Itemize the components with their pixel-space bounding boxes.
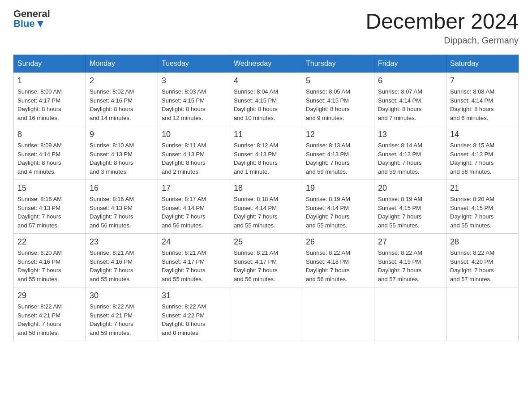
calendar-cell: 10 Sunrise: 8:11 AMSunset: 4:13 PMDaylig… bbox=[158, 126, 230, 180]
day-info: Sunrise: 8:20 AMSunset: 4:16 PMDaylight:… bbox=[17, 248, 82, 283]
day-info: Sunrise: 8:22 AMSunset: 4:19 PMDaylight:… bbox=[378, 248, 442, 283]
calendar-cell: 6 Sunrise: 8:07 AMSunset: 4:14 PMDayligh… bbox=[374, 73, 446, 126]
day-number: 4 bbox=[234, 76, 298, 86]
logo-blue-text: Blue bbox=[13, 19, 35, 29]
day-info: Sunrise: 8:21 AMSunset: 4:16 PMDaylight:… bbox=[90, 248, 154, 283]
calendar-cell: 25 Sunrise: 8:21 AMSunset: 4:17 PMDaylig… bbox=[230, 234, 302, 287]
calendar-cell: 30 Sunrise: 8:22 AMSunset: 4:21 PMDaylig… bbox=[86, 287, 158, 341]
day-info: Sunrise: 8:15 AMSunset: 4:13 PMDaylight:… bbox=[450, 141, 515, 176]
day-number: 3 bbox=[162, 76, 226, 86]
calendar-cell: 27 Sunrise: 8:22 AMSunset: 4:19 PMDaylig… bbox=[374, 234, 446, 287]
calendar-cell: 4 Sunrise: 8:04 AMSunset: 4:15 PMDayligh… bbox=[230, 73, 302, 126]
day-info: Sunrise: 8:17 AMSunset: 4:14 PMDaylight:… bbox=[162, 195, 226, 230]
title-area: December 2024 Dippach, Germany bbox=[365, 9, 519, 46]
day-info: Sunrise: 8:16 AMSunset: 4:13 PMDaylight:… bbox=[90, 195, 154, 230]
day-number: 2 bbox=[90, 76, 154, 86]
day-number: 26 bbox=[306, 237, 370, 247]
calendar-cell: 28 Sunrise: 8:22 AMSunset: 4:20 PMDaylig… bbox=[446, 234, 519, 287]
header-friday: Friday bbox=[374, 55, 446, 73]
calendar-cell: 13 Sunrise: 8:14 AMSunset: 4:13 PMDaylig… bbox=[374, 126, 446, 180]
logo-arrow-icon bbox=[36, 20, 44, 28]
day-info: Sunrise: 8:20 AMSunset: 4:15 PMDaylight:… bbox=[450, 195, 515, 230]
day-info: Sunrise: 8:21 AMSunset: 4:17 PMDaylight:… bbox=[162, 248, 226, 283]
day-number: 19 bbox=[306, 184, 370, 193]
day-info: Sunrise: 8:00 AMSunset: 4:17 PMDaylight:… bbox=[17, 87, 82, 122]
day-info: Sunrise: 8:22 AMSunset: 4:21 PMDaylight:… bbox=[17, 302, 82, 337]
calendar-cell: 15 Sunrise: 8:16 AMSunset: 4:13 PMDaylig… bbox=[14, 180, 86, 234]
calendar-cell bbox=[374, 287, 446, 341]
calendar-cell: 2 Sunrise: 8:02 AMSunset: 4:16 PMDayligh… bbox=[86, 73, 158, 126]
calendar-week-row: 22 Sunrise: 8:20 AMSunset: 4:16 PMDaylig… bbox=[14, 234, 519, 287]
logo: General Blue bbox=[13, 9, 50, 29]
calendar-cell: 20 Sunrise: 8:19 AMSunset: 4:15 PMDaylig… bbox=[374, 180, 446, 234]
day-info: Sunrise: 8:12 AMSunset: 4:13 PMDaylight:… bbox=[234, 141, 298, 176]
day-number: 17 bbox=[162, 184, 226, 193]
day-info: Sunrise: 8:08 AMSunset: 4:14 PMDaylight:… bbox=[450, 87, 515, 122]
calendar-cell: 9 Sunrise: 8:10 AMSunset: 4:13 PMDayligh… bbox=[86, 126, 158, 180]
day-info: Sunrise: 8:03 AMSunset: 4:15 PMDaylight:… bbox=[162, 87, 226, 122]
day-info: Sunrise: 8:07 AMSunset: 4:14 PMDaylight:… bbox=[378, 87, 442, 122]
day-number: 28 bbox=[450, 237, 515, 247]
calendar-cell: 22 Sunrise: 8:20 AMSunset: 4:16 PMDaylig… bbox=[14, 234, 86, 287]
day-number: 25 bbox=[234, 237, 298, 247]
day-number: 18 bbox=[234, 184, 298, 193]
calendar-cell: 11 Sunrise: 8:12 AMSunset: 4:13 PMDaylig… bbox=[230, 126, 302, 180]
calendar-cell: 24 Sunrise: 8:21 AMSunset: 4:17 PMDaylig… bbox=[158, 234, 230, 287]
day-number: 27 bbox=[378, 237, 442, 247]
day-number: 30 bbox=[90, 291, 154, 300]
calendar-cell bbox=[446, 287, 519, 341]
header-wednesday: Wednesday bbox=[230, 55, 302, 73]
day-number: 13 bbox=[378, 130, 442, 139]
day-info: Sunrise: 8:22 AMSunset: 4:20 PMDaylight:… bbox=[450, 248, 515, 283]
calendar-cell: 3 Sunrise: 8:03 AMSunset: 4:15 PMDayligh… bbox=[158, 73, 230, 126]
day-number: 5 bbox=[306, 76, 370, 86]
calendar-cell: 19 Sunrise: 8:19 AMSunset: 4:14 PMDaylig… bbox=[302, 180, 374, 234]
page-header: General Blue December 2024 Dippach, Germ… bbox=[13, 9, 519, 46]
header-sunday: Sunday bbox=[14, 55, 86, 73]
day-info: Sunrise: 8:18 AMSunset: 4:14 PMDaylight:… bbox=[234, 195, 298, 230]
day-number: 12 bbox=[306, 130, 370, 139]
calendar-header-row: SundayMondayTuesdayWednesdayThursdayFrid… bbox=[14, 55, 519, 73]
svg-marker-0 bbox=[37, 21, 43, 27]
calendar-cell: 17 Sunrise: 8:17 AMSunset: 4:14 PMDaylig… bbox=[158, 180, 230, 234]
calendar-cell: 18 Sunrise: 8:18 AMSunset: 4:14 PMDaylig… bbox=[230, 180, 302, 234]
calendar-table: SundayMondayTuesdayWednesdayThursdayFrid… bbox=[13, 55, 519, 341]
day-number: 29 bbox=[17, 291, 82, 300]
calendar-cell bbox=[230, 287, 302, 341]
calendar-cell: 1 Sunrise: 8:00 AMSunset: 4:17 PMDayligh… bbox=[14, 73, 86, 126]
day-info: Sunrise: 8:22 AMSunset: 4:18 PMDaylight:… bbox=[306, 248, 370, 283]
calendar-cell: 12 Sunrise: 8:13 AMSunset: 4:13 PMDaylig… bbox=[302, 126, 374, 180]
day-number: 31 bbox=[162, 291, 226, 300]
day-info: Sunrise: 8:21 AMSunset: 4:17 PMDaylight:… bbox=[234, 248, 298, 283]
calendar-week-row: 15 Sunrise: 8:16 AMSunset: 4:13 PMDaylig… bbox=[14, 180, 519, 234]
day-number: 20 bbox=[378, 184, 442, 193]
day-number: 8 bbox=[17, 130, 82, 139]
calendar-cell: 14 Sunrise: 8:15 AMSunset: 4:13 PMDaylig… bbox=[446, 126, 519, 180]
day-info: Sunrise: 8:05 AMSunset: 4:15 PMDaylight:… bbox=[306, 87, 370, 122]
calendar-week-row: 29 Sunrise: 8:22 AMSunset: 4:21 PMDaylig… bbox=[14, 287, 519, 341]
day-number: 21 bbox=[450, 184, 515, 193]
day-number: 22 bbox=[17, 237, 82, 247]
day-info: Sunrise: 8:04 AMSunset: 4:15 PMDaylight:… bbox=[234, 87, 298, 122]
calendar-cell: 31 Sunrise: 8:22 AMSunset: 4:22 PMDaylig… bbox=[158, 287, 230, 341]
day-number: 10 bbox=[162, 130, 226, 139]
day-number: 9 bbox=[90, 130, 154, 139]
day-info: Sunrise: 8:09 AMSunset: 4:14 PMDaylight:… bbox=[17, 141, 82, 176]
day-info: Sunrise: 8:14 AMSunset: 4:13 PMDaylight:… bbox=[378, 141, 442, 176]
header-saturday: Saturday bbox=[446, 55, 519, 73]
day-info: Sunrise: 8:02 AMSunset: 4:16 PMDaylight:… bbox=[90, 87, 154, 122]
day-number: 7 bbox=[450, 76, 515, 86]
day-number: 15 bbox=[17, 184, 82, 193]
calendar-cell: 21 Sunrise: 8:20 AMSunset: 4:15 PMDaylig… bbox=[446, 180, 519, 234]
header-monday: Monday bbox=[86, 55, 158, 73]
day-number: 6 bbox=[378, 76, 442, 86]
day-info: Sunrise: 8:13 AMSunset: 4:13 PMDaylight:… bbox=[306, 141, 370, 176]
header-tuesday: Tuesday bbox=[158, 55, 230, 73]
day-info: Sunrise: 8:16 AMSunset: 4:13 PMDaylight:… bbox=[17, 195, 82, 230]
calendar-cell: 29 Sunrise: 8:22 AMSunset: 4:21 PMDaylig… bbox=[14, 287, 86, 341]
day-number: 16 bbox=[90, 184, 154, 193]
day-info: Sunrise: 8:22 AMSunset: 4:21 PMDaylight:… bbox=[90, 302, 154, 337]
day-info: Sunrise: 8:11 AMSunset: 4:13 PMDaylight:… bbox=[162, 141, 226, 176]
logo-general-text: General bbox=[13, 9, 50, 19]
day-info: Sunrise: 8:22 AMSunset: 4:22 PMDaylight:… bbox=[162, 302, 226, 337]
